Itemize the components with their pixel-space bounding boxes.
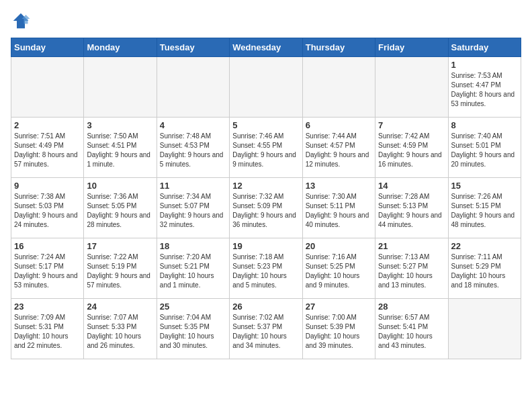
day-info: Sunrise: 7:24 AM Sunset: 5:17 PM Dayligh… <box>14 253 81 290</box>
day-number: 21 <box>378 241 445 251</box>
calendar-cell: 3Sunrise: 7:50 AM Sunset: 4:51 PM Daylig… <box>84 118 157 178</box>
day-number: 11 <box>160 181 226 191</box>
day-info: Sunrise: 7:36 AM Sunset: 5:05 PM Dayligh… <box>87 192 153 230</box>
calendar-cell: 12Sunrise: 7:32 AM Sunset: 5:09 PM Dayli… <box>230 178 302 238</box>
calendar-week-row: 1Sunrise: 7:53 AM Sunset: 4:47 PM Daylig… <box>11 57 521 118</box>
day-number: 5 <box>232 120 299 130</box>
day-info: Sunrise: 7:30 AM Sunset: 5:11 PM Dayligh… <box>306 192 372 230</box>
calendar-cell: 16Sunrise: 7:24 AM Sunset: 5:17 PM Dayli… <box>11 238 84 299</box>
calendar-header-sunday: Sunday <box>11 38 84 57</box>
calendar-cell: 22Sunrise: 7:11 AM Sunset: 5:29 PM Dayli… <box>448 238 521 299</box>
day-number: 22 <box>451 241 518 251</box>
calendar-table: SundayMondayTuesdayWednesdayThursdayFrid… <box>11 38 521 359</box>
calendar-cell: 13Sunrise: 7:30 AM Sunset: 5:11 PM Dayli… <box>302 178 375 238</box>
calendar-header-row: SundayMondayTuesdayWednesdayThursdayFrid… <box>11 38 521 57</box>
calendar-cell: 19Sunrise: 7:18 AM Sunset: 5:23 PM Dayli… <box>230 238 302 299</box>
day-info: Sunrise: 7:38 AM Sunset: 5:03 PM Dayligh… <box>14 192 81 230</box>
day-number: 10 <box>87 181 153 191</box>
logo <box>11 11 34 31</box>
calendar-header-thursday: Thursday <box>302 38 375 57</box>
calendar-cell <box>230 57 302 118</box>
calendar-cell: 8Sunrise: 7:40 AM Sunset: 5:01 PM Daylig… <box>448 118 521 178</box>
day-info: Sunrise: 7:51 AM Sunset: 4:49 PM Dayligh… <box>14 132 81 169</box>
day-info: Sunrise: 7:04 AM Sunset: 5:35 PM Dayligh… <box>160 313 226 351</box>
day-info: Sunrise: 7:02 AM Sunset: 5:37 PM Dayligh… <box>232 313 299 351</box>
day-number: 3 <box>87 120 153 130</box>
day-info: Sunrise: 7:22 AM Sunset: 5:19 PM Dayligh… <box>87 253 153 290</box>
day-info: Sunrise: 7:46 AM Sunset: 4:55 PM Dayligh… <box>232 132 299 169</box>
day-info: Sunrise: 7:40 AM Sunset: 5:01 PM Dayligh… <box>451 132 518 169</box>
calendar-cell: 20Sunrise: 7:16 AM Sunset: 5:25 PM Dayli… <box>302 238 375 299</box>
day-number: 2 <box>14 120 81 130</box>
day-number: 6 <box>306 120 372 130</box>
calendar-cell: 11Sunrise: 7:34 AM Sunset: 5:07 PM Dayli… <box>157 178 229 238</box>
calendar-cell: 17Sunrise: 7:22 AM Sunset: 5:19 PM Dayli… <box>84 238 157 299</box>
day-info: Sunrise: 7:34 AM Sunset: 5:07 PM Dayligh… <box>160 192 226 230</box>
day-number: 7 <box>378 120 445 130</box>
calendar-cell: 5Sunrise: 7:46 AM Sunset: 4:55 PM Daylig… <box>230 118 302 178</box>
day-number: 17 <box>87 241 153 251</box>
day-info: Sunrise: 7:50 AM Sunset: 4:51 PM Dayligh… <box>87 132 153 169</box>
calendar-cell: 6Sunrise: 7:44 AM Sunset: 4:57 PM Daylig… <box>302 118 375 178</box>
day-info: Sunrise: 7:11 AM Sunset: 5:29 PM Dayligh… <box>451 253 518 290</box>
day-number: 23 <box>14 302 81 312</box>
day-info: Sunrise: 7:07 AM Sunset: 5:33 PM Dayligh… <box>87 313 153 351</box>
day-number: 15 <box>451 181 518 191</box>
day-number: 28 <box>378 302 445 312</box>
day-info: Sunrise: 7:13 AM Sunset: 5:27 PM Dayligh… <box>378 253 445 290</box>
calendar-cell <box>375 57 448 118</box>
page-header <box>11 11 521 31</box>
calendar-cell: 25Sunrise: 7:04 AM Sunset: 5:35 PM Dayli… <box>157 299 229 359</box>
day-info: Sunrise: 7:44 AM Sunset: 4:57 PM Dayligh… <box>306 132 372 169</box>
calendar-cell: 27Sunrise: 7:00 AM Sunset: 5:39 PM Dayli… <box>302 299 375 359</box>
calendar-cell: 24Sunrise: 7:07 AM Sunset: 5:33 PM Dayli… <box>84 299 157 359</box>
day-number: 26 <box>232 302 299 312</box>
day-info: Sunrise: 7:00 AM Sunset: 5:39 PM Dayligh… <box>306 313 372 351</box>
calendar-cell: 7Sunrise: 7:42 AM Sunset: 4:59 PM Daylig… <box>375 118 448 178</box>
calendar-header-tuesday: Tuesday <box>157 38 229 57</box>
calendar-cell <box>302 57 375 118</box>
calendar-header-wednesday: Wednesday <box>230 38 302 57</box>
day-info: Sunrise: 7:48 AM Sunset: 4:53 PM Dayligh… <box>160 132 226 169</box>
calendar-header-friday: Friday <box>375 38 448 57</box>
calendar-header-saturday: Saturday <box>448 38 521 57</box>
day-number: 25 <box>160 302 226 312</box>
day-number: 20 <box>306 241 372 251</box>
calendar-cell: 1Sunrise: 7:53 AM Sunset: 4:47 PM Daylig… <box>448 57 521 118</box>
day-number: 12 <box>232 181 299 191</box>
day-info: Sunrise: 7:53 AM Sunset: 4:47 PM Dayligh… <box>451 71 518 109</box>
day-info: Sunrise: 6:57 AM Sunset: 5:41 PM Dayligh… <box>378 313 445 351</box>
day-number: 13 <box>306 181 372 191</box>
calendar-cell: 28Sunrise: 6:57 AM Sunset: 5:41 PM Dayli… <box>375 299 448 359</box>
day-info: Sunrise: 7:09 AM Sunset: 5:31 PM Dayligh… <box>14 313 81 351</box>
calendar-cell: 9Sunrise: 7:38 AM Sunset: 5:03 PM Daylig… <box>11 178 84 238</box>
calendar-cell: 18Sunrise: 7:20 AM Sunset: 5:21 PM Dayli… <box>157 238 229 299</box>
calendar-cell <box>157 57 229 118</box>
calendar-cell <box>448 299 521 359</box>
calendar-cell: 10Sunrise: 7:36 AM Sunset: 5:05 PM Dayli… <box>84 178 157 238</box>
day-number: 24 <box>87 302 153 312</box>
calendar-cell <box>11 57 84 118</box>
day-info: Sunrise: 7:18 AM Sunset: 5:23 PM Dayligh… <box>232 253 299 290</box>
day-info: Sunrise: 7:28 AM Sunset: 5:13 PM Dayligh… <box>378 192 445 230</box>
day-info: Sunrise: 7:42 AM Sunset: 4:59 PM Dayligh… <box>378 132 445 169</box>
calendar-cell: 23Sunrise: 7:09 AM Sunset: 5:31 PM Dayli… <box>11 299 84 359</box>
calendar-cell: 2Sunrise: 7:51 AM Sunset: 4:49 PM Daylig… <box>11 118 84 178</box>
day-number: 14 <box>378 181 445 191</box>
calendar-header-monday: Monday <box>84 38 157 57</box>
day-number: 1 <box>451 60 518 70</box>
calendar-week-row: 2Sunrise: 7:51 AM Sunset: 4:49 PM Daylig… <box>11 118 521 178</box>
day-number: 9 <box>14 181 81 191</box>
day-number: 16 <box>14 241 81 251</box>
day-number: 19 <box>232 241 299 251</box>
day-number: 8 <box>451 120 518 130</box>
day-number: 4 <box>160 120 226 130</box>
calendar-cell: 15Sunrise: 7:26 AM Sunset: 5:15 PM Dayli… <box>448 178 521 238</box>
day-info: Sunrise: 7:20 AM Sunset: 5:21 PM Dayligh… <box>160 253 226 290</box>
day-info: Sunrise: 7:26 AM Sunset: 5:15 PM Dayligh… <box>451 192 518 230</box>
calendar-cell <box>84 57 157 118</box>
calendar-cell: 14Sunrise: 7:28 AM Sunset: 5:13 PM Dayli… <box>375 178 448 238</box>
calendar-week-row: 23Sunrise: 7:09 AM Sunset: 5:31 PM Dayli… <box>11 299 521 359</box>
day-number: 18 <box>160 241 226 251</box>
calendar-cell: 21Sunrise: 7:13 AM Sunset: 5:27 PM Dayli… <box>375 238 448 299</box>
